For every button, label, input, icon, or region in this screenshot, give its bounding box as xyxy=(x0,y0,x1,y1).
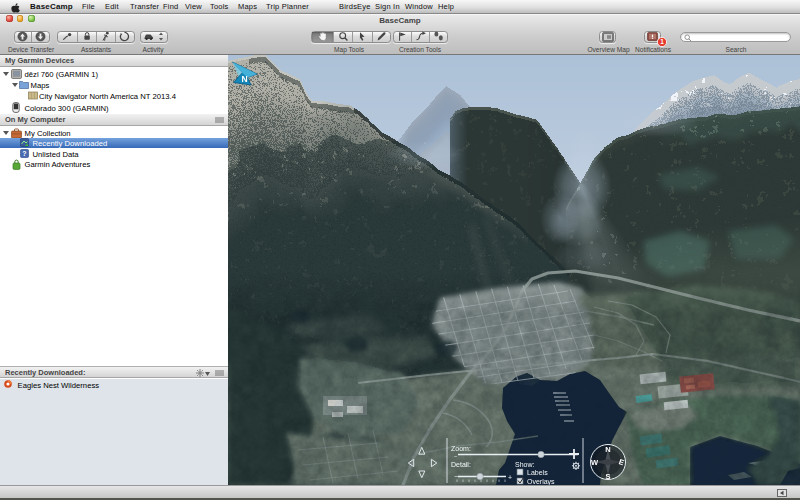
svg-text:−: − xyxy=(454,453,458,459)
svg-text:?: ? xyxy=(22,150,26,157)
svg-text:N: N xyxy=(605,445,610,454)
svg-text:N: N xyxy=(242,74,248,84)
svg-text:Zoom:: Zoom: xyxy=(451,445,471,452)
svg-text:Labels: Labels xyxy=(527,469,548,476)
svg-text:−: − xyxy=(454,473,458,480)
svg-text:S: S xyxy=(605,472,610,481)
svg-text:Detail:: Detail: xyxy=(451,461,471,468)
svg-text:+: + xyxy=(508,474,512,481)
svg-text:W: W xyxy=(591,458,599,467)
svg-text:1: 1 xyxy=(660,38,664,45)
svg-text:Show:: Show: xyxy=(515,461,535,468)
svg-text:Overlays: Overlays xyxy=(527,478,555,485)
